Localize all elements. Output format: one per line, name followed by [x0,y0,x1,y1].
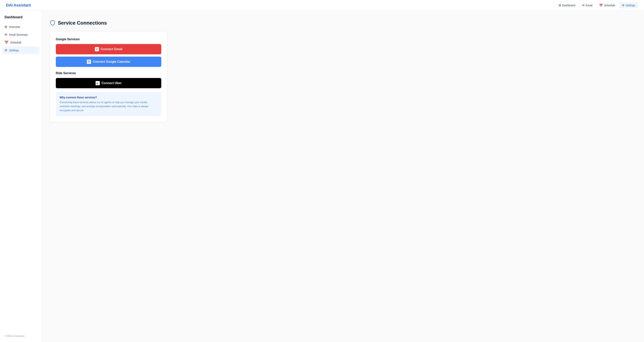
sidebar-item-schedule[interactable]: 📅 Schedule [2,39,40,46]
connect-uber-button[interactable]: U Connect Uber [56,78,161,88]
google-services-section: Google Services Connect Gmail [56,38,161,67]
sidebar-item-settings[interactable]: ⚙ Settings [2,47,40,54]
shield-icon [50,20,56,26]
page-title: Service Connections [58,20,107,26]
schedule-nav-icon: 📅 [599,4,603,7]
settings-sidebar-icon: ⚙ [4,48,7,52]
info-box-text: Connecting these services allows our AI … [60,100,158,112]
schedule-sidebar-icon: 📅 [4,41,8,44]
page-header: Service Connections [50,20,636,26]
gcal-icon [87,60,91,64]
sidebar-title: Dashboard [2,15,40,19]
ride-section-title: Ride Services [56,72,161,75]
sidebar-footer: © 2024 AI Assistant [2,335,40,337]
layout: Dashboard ⊞ Overview ✉ Email Summary 📅 S… [0,11,644,342]
top-nav: DAI Assistant ⊞ Dashboard ✉ Email 📅 Sche… [0,0,644,11]
connect-gcal-button[interactable]: Connect Google Calendar [56,57,161,67]
svg-text:U: U [96,82,98,84]
email-summary-icon: ✉ [4,33,7,36]
nav-settings[interactable]: ⚙ Settings [619,3,638,8]
dashboard-icon: ⊞ [559,4,561,7]
email-nav-icon: ✉ [582,4,584,7]
gmail-icon [95,47,99,51]
sidebar-item-email-summary[interactable]: ✉ Email Summary [2,31,40,38]
info-box: Why connect these services? Connecting t… [56,92,161,116]
app-logo: DAI Assistant [6,3,31,8]
ride-services-section: Ride Services U Connect Uber [56,72,161,88]
uber-icon: U [96,81,100,85]
nav-links: ⊞ Dashboard ✉ Email 📅 Schedule ⚙ Setting… [556,3,638,8]
overview-icon: ⊞ [4,25,7,29]
info-box-title: Why connect these services? [60,96,158,99]
connect-gmail-button[interactable]: Connect Gmail [56,44,161,54]
settings-nav-icon: ⚙ [622,4,624,7]
nav-schedule[interactable]: 📅 Schedule [596,3,618,8]
sidebar: Dashboard ⊞ Overview ✉ Email Summary 📅 S… [0,11,42,342]
google-section-title: Google Services [56,38,161,41]
main-content: Service Connections Google Services Conn… [42,11,644,342]
nav-dashboard[interactable]: ⊞ Dashboard [556,3,578,8]
service-connections-card: Google Services Connect Gmail [50,31,168,122]
sidebar-item-overview[interactable]: ⊞ Overview [2,23,40,31]
nav-email[interactable]: ✉ Email [580,3,595,8]
